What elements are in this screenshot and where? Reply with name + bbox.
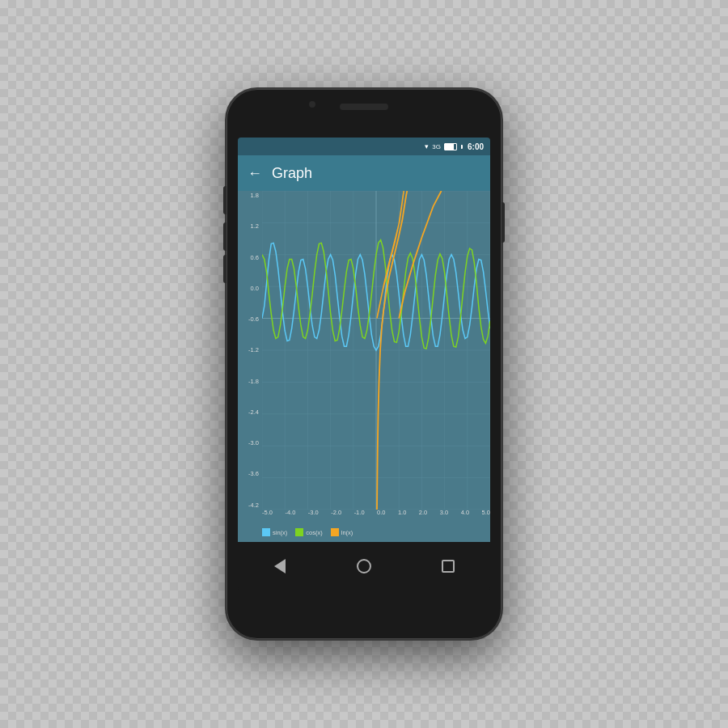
chart-area: 1.8 1.2 0.6 0.0 -0.6 -1.2 -1.8 -2.4 -3.0…	[238, 191, 490, 542]
cos-legend-label: cos(x)	[306, 529, 322, 536]
y-label-8: -3.0	[238, 440, 262, 447]
y-label-0: 1.8	[238, 193, 262, 199]
x-label-9: 4.0	[461, 510, 469, 516]
time-display: 6:00	[468, 142, 484, 151]
legend-sin: sin(x)	[262, 528, 287, 536]
y-label-10: -4.2	[238, 502, 262, 509]
x-label-8: 3.0	[440, 510, 448, 516]
y-label-1: 1.2	[238, 223, 262, 230]
x-axis: -5.0 -4.0 -3.0 -2.0 -1.0 0.0 1.0 2.0 3.0…	[262, 510, 490, 526]
nav-back-button[interactable]	[264, 550, 296, 582]
x-label-7: 2.0	[419, 510, 427, 516]
status-icons: ▾ 3G 6:00	[425, 142, 484, 151]
cos-legend-dot	[295, 528, 303, 536]
y-label-9: -3.6	[238, 471, 262, 477]
home-nav-icon	[357, 559, 371, 574]
x-label-6: 1.0	[398, 510, 406, 516]
y-label-5: -1.2	[238, 347, 262, 353]
chart-svg	[262, 191, 490, 510]
back-nav-icon	[274, 559, 286, 574]
ln-legend-label: ln(x)	[341, 529, 353, 536]
x-label-2: -3.0	[308, 510, 319, 516]
back-button[interactable]: ←	[248, 165, 262, 182]
phone-device: ▾ 3G 6:00 ← Graph 1.8 1.2 0.6 0.0 -0.6	[226, 89, 502, 639]
x-label-3: -2.0	[331, 510, 341, 516]
status-bar: ▾ 3G 6:00	[238, 138, 490, 155]
phone-screen: ▾ 3G 6:00 ← Graph 1.8 1.2 0.6 0.0 -0.6	[238, 138, 490, 590]
app-bar: ← Graph	[238, 155, 490, 191]
nav-home-button[interactable]	[348, 550, 380, 582]
x-label-0: -5.0	[262, 510, 273, 516]
y-label-6: -1.8	[238, 379, 262, 385]
sin-legend-label: sin(x)	[273, 529, 287, 536]
battery-icon	[444, 143, 457, 150]
nav-recent-button[interactable]	[432, 550, 464, 582]
front-camera	[309, 101, 315, 108]
nav-bar	[238, 542, 490, 590]
legend-ln: ln(x)	[331, 528, 353, 536]
x-label-4: -1.0	[354, 510, 365, 516]
legend-cos: cos(x)	[295, 528, 322, 536]
chart-legend: sin(x) cos(x) ln(x)	[262, 526, 490, 539]
y-label-2: 0.6	[238, 255, 262, 261]
y-axis: 1.8 1.2 0.6 0.0 -0.6 -1.2 -1.8 -2.4 -3.0…	[238, 191, 262, 510]
ln-legend-dot	[331, 528, 339, 536]
recent-nav-icon	[442, 560, 455, 573]
sin-legend-dot	[262, 528, 270, 536]
x-label-5: 0.0	[377, 510, 385, 516]
x-label-1: -4.0	[285, 510, 295, 516]
x-label-10: 5.0	[482, 510, 490, 516]
y-label-4: -0.6	[238, 316, 262, 323]
page-title: Graph	[272, 165, 312, 182]
y-label-3: 0.0	[238, 286, 262, 292]
y-label-7: -2.4	[238, 409, 262, 416]
wifi-icon: ▾	[425, 142, 429, 150]
speaker	[340, 104, 388, 110]
battery-tip	[461, 145, 463, 149]
signal-icon: 3G	[432, 143, 441, 150]
